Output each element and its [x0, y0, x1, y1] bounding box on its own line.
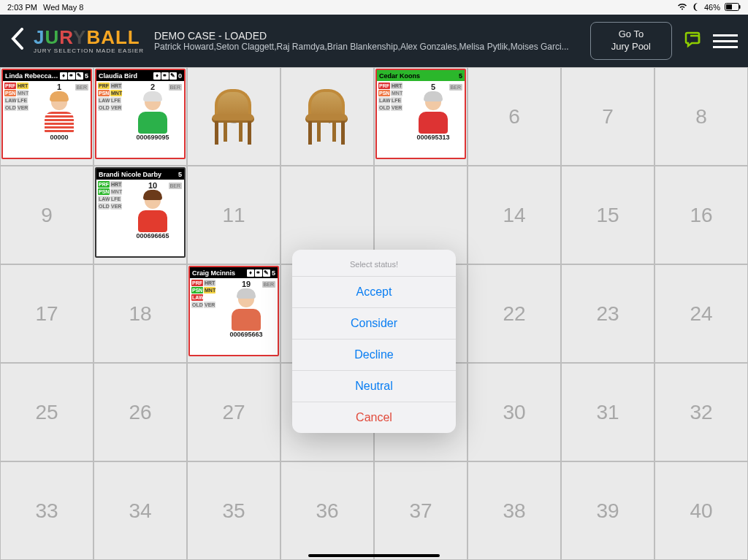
case-people: Patrick Howard,Seton Claggett,Raj Ramdya… — [154, 42, 580, 52]
home-indicator[interactable] — [308, 554, 440, 557]
svg-rect-1 — [726, 4, 732, 9]
juror-id: 00000 — [50, 134, 68, 141]
seat-number[interactable]: 31 — [596, 401, 619, 424]
back-button[interactable] — [10, 28, 23, 55]
hamburger-menu-icon[interactable] — [713, 34, 738, 48]
avatar-icon — [229, 288, 264, 331]
seat-number[interactable]: 18 — [129, 302, 151, 326]
seat-number[interactable]: 17 — [35, 302, 58, 326]
goto-jury-pool-button[interactable]: Go To Jury Pool — [590, 22, 672, 60]
ber-tag: BER — [169, 84, 182, 91]
juror-card[interactable]: Craig Mcinnis ♦⚭✎ 5 BER PRFHRT PSNMNT LA… — [188, 266, 279, 356]
seat-number[interactable]: 26 — [129, 401, 151, 424]
juror-card[interactable]: Brandi Nicole Darby 5 BER PRFHRT PSNMNT … — [95, 167, 186, 258]
avatar-icon — [416, 91, 451, 134]
battery-icon — [725, 3, 741, 12]
seat-number[interactable]: 11 — [222, 204, 245, 227]
juror-number: 19 — [242, 280, 251, 288]
juror-card[interactable]: Claudia Bird ♦⚭✎ 0 BER PRFHRT PSNMNT LAW… — [95, 69, 186, 159]
seat-number[interactable]: 35 — [222, 499, 245, 523]
status-time: 2:03 PM — [7, 3, 37, 12]
seat-number[interactable]: 36 — [316, 499, 338, 523]
consider-button[interactable]: Consider — [292, 307, 456, 339]
juror-card[interactable]: Cedar Koons 5 BER PRFHRT PSNMNT LAWLFE O… — [375, 69, 466, 159]
juror-id: 000695663 — [229, 331, 262, 338]
juror-score: 5 — [459, 72, 462, 80]
juror-id: 000696665 — [136, 232, 169, 239]
ber-tag: BER — [75, 84, 88, 91]
juror-number: 10 — [148, 181, 157, 190]
seat-number[interactable]: 8 — [695, 105, 707, 129]
seat-number[interactable]: 7 — [602, 105, 614, 129]
juror-name: Craig Mcinnis — [192, 269, 247, 277]
svg-rect-2 — [739, 5, 741, 9]
seat-number[interactable]: 6 — [508, 105, 520, 129]
card-icons: ♦⚭✎ — [247, 269, 270, 277]
empty-chair-icon[interactable] — [207, 86, 259, 145]
seat-number[interactable]: 37 — [409, 499, 432, 523]
juror-score: 5 — [178, 171, 182, 178]
case-title: DEMO CASE - LOADED — [154, 30, 580, 42]
seating-grid: [128,128,128,128,128,128,128,128] 3 4 6 … — [0, 67, 748, 560]
seat-number[interactable]: 22 — [503, 302, 525, 326]
neutral-button[interactable]: Neutral — [292, 370, 456, 402]
avatar-icon — [135, 91, 170, 134]
seat-number[interactable]: 25 — [35, 401, 58, 424]
avatar-icon — [42, 91, 77, 134]
seat-number[interactable]: 33 — [35, 499, 58, 523]
juror-name: Brandi Nicole Darby — [99, 171, 177, 178]
seat-number[interactable]: 34 — [129, 499, 151, 523]
moon-icon — [692, 3, 700, 12]
ber-tag: BER — [169, 183, 182, 189]
juror-name: Linda Rebecca Padilla — [5, 72, 60, 80]
juror-id: 000699095 — [136, 134, 169, 141]
ber-tag: BER — [449, 84, 462, 91]
app-header: JURYBALL JURY SELECTION MADE EASIER DEMO… — [0, 15, 748, 67]
case-info: DEMO CASE - LOADED Patrick Howard,Seton … — [154, 30, 580, 52]
seat-number[interactable]: 23 — [596, 302, 619, 326]
accept-button[interactable]: Accept — [292, 276, 456, 307]
seat-number[interactable]: 30 — [503, 401, 525, 424]
avatar-icon — [135, 190, 170, 232]
juror-id: 000695313 — [416, 134, 449, 141]
juror-name: Cedar Koons — [379, 72, 457, 80]
status-action-sheet: Select status! Accept Consider Decline N… — [292, 250, 456, 433]
seat-number[interactable]: 15 — [596, 204, 619, 227]
status-date: Wed May 8 — [43, 3, 83, 12]
card-icons: ♦⚭✎ — [60, 72, 83, 80]
seat-number[interactable]: 38 — [503, 499, 525, 523]
juror-score: 0 — [178, 72, 182, 80]
cancel-button[interactable]: Cancel — [292, 402, 456, 433]
juror-number: 5 — [431, 83, 435, 91]
sheet-title: Select status! — [292, 250, 456, 276]
ios-status-bar: 2:03 PM Wed May 8 46% — [0, 0, 748, 15]
logo-tagline: JURY SELECTION MADE EASIER — [34, 48, 144, 54]
decline-button[interactable]: Decline — [292, 339, 456, 370]
ber-tag: BER — [262, 281, 275, 288]
seat-number[interactable]: 27 — [222, 401, 245, 424]
juror-score: 5 — [272, 269, 275, 277]
seat-number[interactable]: 24 — [690, 302, 712, 326]
juror-card[interactable]: Linda Rebecca Padilla ♦⚭✎ 5 BER PRFHRT P… — [1, 69, 92, 159]
battery-percent: 46% — [704, 3, 720, 12]
juror-number: 1 — [57, 83, 61, 91]
chat-icon[interactable] — [682, 31, 703, 51]
seat-number[interactable]: 14 — [503, 204, 525, 227]
empty-chair-icon[interactable] — [301, 86, 352, 145]
seat-number[interactable]: 40 — [690, 499, 712, 523]
juror-score: 5 — [85, 72, 88, 80]
app-logo: JURYBALL JURY SELECTION MADE EASIER — [34, 28, 144, 54]
seat-number[interactable]: 39 — [596, 499, 619, 523]
seat-number[interactable]: 9 — [41, 204, 53, 227]
card-icons: ♦⚭✎ — [153, 72, 177, 80]
juror-number: 2 — [150, 83, 155, 91]
juror-name: Claudia Bird — [99, 72, 153, 80]
seat-number[interactable]: 16 — [690, 204, 712, 227]
seat-number[interactable]: 32 — [690, 401, 712, 424]
wifi-icon — [677, 3, 687, 12]
